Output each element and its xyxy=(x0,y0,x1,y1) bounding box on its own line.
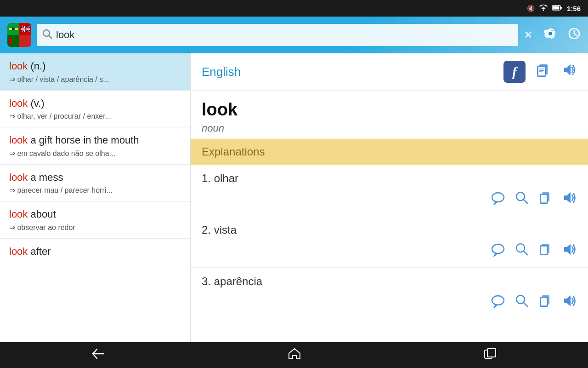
search-bar[interactable]: look xyxy=(37,24,518,46)
list-item-sub: ⇒ olhar, ver / procurar / enxer... xyxy=(9,112,181,121)
svg-rect-45 xyxy=(541,247,547,254)
home-button[interactable] xyxy=(288,348,301,362)
rest-text: after xyxy=(30,246,51,257)
definition-text: 3. aparência xyxy=(202,275,577,288)
chat-button[interactable] xyxy=(491,190,505,208)
battery-icon xyxy=(552,5,562,12)
back-button[interactable] xyxy=(91,348,105,362)
definition-text: 1. olhar xyxy=(202,172,577,185)
settings-button[interactable] xyxy=(544,27,557,43)
right-header: English f xyxy=(191,53,588,91)
svg-point-31 xyxy=(492,193,504,202)
speaker-button[interactable] xyxy=(560,62,577,82)
svg-line-33 xyxy=(524,200,527,203)
mute-icon: 🔇 xyxy=(527,5,535,12)
copy-def-button[interactable] xyxy=(538,242,553,260)
search-def-button[interactable] xyxy=(514,242,529,260)
svg-marker-30 xyxy=(564,64,571,75)
rest-text: (v.) xyxy=(30,98,44,109)
keyword-text: look xyxy=(9,60,28,72)
svg-rect-2 xyxy=(553,6,559,10)
definition-actions xyxy=(202,293,577,311)
right-panel: English f xyxy=(191,53,588,342)
recents-button[interactable] xyxy=(484,348,497,362)
time-display: 1:56 xyxy=(567,5,581,12)
list-item[interactable]: look after xyxy=(0,239,190,267)
rest-text: about xyxy=(30,208,56,220)
svg-line-18 xyxy=(49,35,52,38)
word-title: look xyxy=(202,100,577,120)
header-actions: f xyxy=(503,61,577,83)
speaker-def-button[interactable] xyxy=(562,293,577,311)
app-logo xyxy=(7,23,31,47)
status-bar: 🔇 1:56 xyxy=(0,0,588,17)
top-bar-actions: ✕ xyxy=(524,27,581,43)
speaker-def-button[interactable] xyxy=(562,190,577,208)
copy-button[interactable] xyxy=(535,62,551,82)
rest-text: (n.) xyxy=(30,60,45,72)
svg-rect-14 xyxy=(21,29,30,29)
copy-def-button[interactable] xyxy=(538,190,553,208)
svg-rect-37 xyxy=(541,195,547,202)
copy-def-button[interactable] xyxy=(538,293,553,311)
keyword-text: look xyxy=(9,246,28,257)
search-icon xyxy=(42,29,52,41)
svg-rect-57 xyxy=(487,349,496,357)
wifi-icon xyxy=(539,5,548,12)
definition-item: 3. aparência xyxy=(191,268,588,319)
definition-actions xyxy=(202,190,577,208)
svg-point-21 xyxy=(548,32,552,35)
svg-marker-46 xyxy=(564,244,571,255)
main-content: look (n.) ⇒ olhar / vista / aparência / … xyxy=(0,53,588,342)
chat-button[interactable] xyxy=(491,242,505,260)
facebook-icon: f xyxy=(512,64,517,80)
list-item[interactable]: look a mess ⇒ parecer mau / parecer horr… xyxy=(0,165,190,202)
svg-line-41 xyxy=(524,251,527,255)
svg-marker-38 xyxy=(564,192,571,203)
bottom-nav xyxy=(0,342,588,368)
list-item-sub: ⇒ parecer mau / parecer horri... xyxy=(9,186,181,195)
definition-actions xyxy=(202,242,577,260)
list-item[interactable]: look about ⇒ observar ao redor xyxy=(0,201,190,239)
facebook-button[interactable]: f xyxy=(503,61,526,83)
svg-rect-16 xyxy=(9,38,12,44)
search-def-button[interactable] xyxy=(514,190,529,208)
language-label: English xyxy=(202,65,503,79)
section-header: Explanations xyxy=(191,139,588,165)
keyword-text: look xyxy=(9,172,28,183)
svg-point-5 xyxy=(12,28,15,30)
svg-rect-53 xyxy=(541,298,547,305)
word-section: look noun xyxy=(191,91,588,139)
search-def-button[interactable] xyxy=(514,293,529,311)
list-item-sub: ⇒ olhar / vista / aparência / s... xyxy=(9,75,181,84)
list-item[interactable]: look (n.) ⇒ olhar / vista / aparência / … xyxy=(0,53,190,91)
definition-item: 2. vista xyxy=(191,216,588,268)
svg-rect-26 xyxy=(538,67,545,75)
speaker-def-button[interactable] xyxy=(562,242,577,260)
close-button[interactable]: ✕ xyxy=(524,29,533,41)
list-item[interactable]: look a gift horse in the mouth ⇒ em cava… xyxy=(0,127,190,165)
chat-button[interactable] xyxy=(491,293,505,311)
svg-point-39 xyxy=(492,244,504,253)
part-of-speech: noun xyxy=(202,122,577,134)
search-input[interactable]: look xyxy=(56,29,513,41)
rest-text: a gift horse in the mouth xyxy=(30,134,139,146)
svg-line-49 xyxy=(524,303,527,306)
history-button[interactable] xyxy=(568,27,581,43)
keyword-text: look xyxy=(9,208,28,220)
svg-marker-54 xyxy=(564,295,571,306)
top-bar: look ✕ xyxy=(0,17,588,53)
left-panel: look (n.) ⇒ olhar / vista / aparência / … xyxy=(0,53,191,342)
definition-item: 1. olhar xyxy=(191,165,588,216)
list-item-sub: ⇒ em cavalo dado não se olha... xyxy=(9,149,181,158)
svg-rect-1 xyxy=(560,7,562,9)
definition-text: 2. vista xyxy=(202,224,577,236)
keyword-text: look xyxy=(9,98,28,109)
rest-text: a mess xyxy=(30,172,63,183)
keyword-text: look xyxy=(9,134,28,146)
list-item-sub: ⇒ observar ao redor xyxy=(9,223,181,232)
svg-point-47 xyxy=(492,296,504,305)
list-item[interactable]: look (v.) ⇒ olhar, ver / procurar / enxe… xyxy=(0,91,190,128)
